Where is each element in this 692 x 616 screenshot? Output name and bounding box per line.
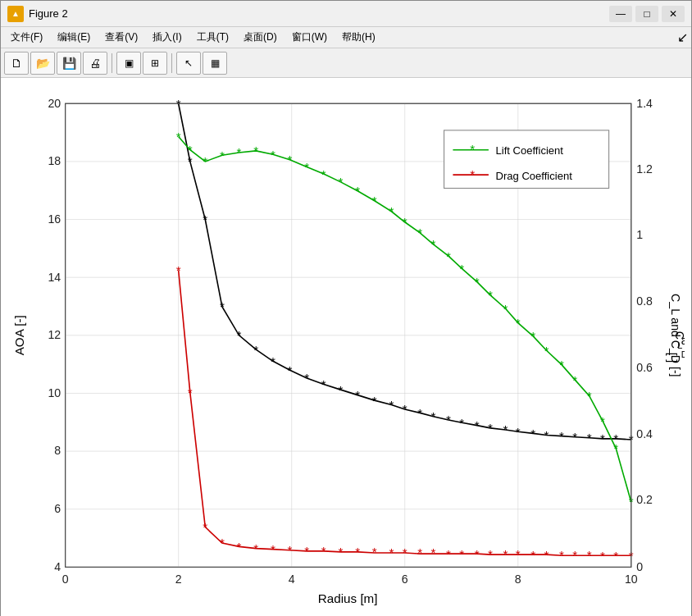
window-title: Figure 2 bbox=[29, 7, 609, 20]
svg-text:*: * bbox=[559, 358, 564, 372]
svg-text:20: 20 bbox=[48, 97, 61, 110]
print-button[interactable]: 🖨 bbox=[83, 52, 107, 75]
dock-icon[interactable]: ↙ bbox=[677, 30, 688, 45]
svg-text:*: * bbox=[339, 545, 344, 559]
svg-text:2: 2 bbox=[175, 573, 182, 586]
svg-text:4: 4 bbox=[289, 573, 295, 586]
svg-text:*: * bbox=[389, 545, 394, 559]
svg-text:*: * bbox=[237, 540, 242, 554]
svg-text:0: 0 bbox=[62, 573, 69, 586]
title-bar: ▲ Figure 2 — □ ✕ bbox=[1, 1, 691, 27]
data-cursor-button[interactable]: ▦ bbox=[203, 52, 227, 75]
svg-text:*: * bbox=[587, 431, 592, 445]
menu-desktop[interactable]: 桌面(D) bbox=[237, 29, 284, 46]
svg-text:*: * bbox=[530, 548, 535, 562]
svg-text:*: * bbox=[253, 541, 258, 555]
svg-text:1: 1 bbox=[636, 228, 643, 241]
svg-text:*: * bbox=[572, 548, 577, 562]
svg-text:*: * bbox=[503, 302, 508, 316]
svg-text:*: * bbox=[220, 148, 225, 162]
legend-drag-label: Drag Coefficient bbox=[496, 170, 573, 182]
svg-text:*: * bbox=[220, 536, 225, 550]
svg-text:*: * bbox=[587, 548, 592, 562]
svg-text:0.8: 0.8 bbox=[636, 294, 653, 308]
svg-text:*: * bbox=[372, 394, 377, 408]
cursor-button[interactable]: ↖ bbox=[176, 52, 201, 75]
svg-text:*: * bbox=[237, 328, 242, 342]
minimize-button[interactable]: — bbox=[609, 6, 632, 22]
svg-text:*: * bbox=[613, 441, 618, 455]
toolbar-separator-1 bbox=[112, 53, 112, 73]
menu-file[interactable]: 文件(F) bbox=[4, 29, 49, 46]
svg-text:*: * bbox=[431, 237, 436, 251]
maximize-button[interactable]: □ bbox=[635, 6, 658, 22]
svg-text:6: 6 bbox=[402, 573, 408, 586]
legend-lift-marker: * bbox=[470, 142, 475, 156]
svg-text:*: * bbox=[544, 548, 549, 562]
menu-view[interactable]: 查看(V) bbox=[98, 29, 144, 46]
svg-text:*: * bbox=[559, 429, 564, 443]
y-right-axis-label: C_L and C_D [-] bbox=[669, 294, 682, 376]
new-file-button[interactable]: 🗋 bbox=[4, 52, 29, 75]
svg-text:*: * bbox=[516, 425, 521, 439]
svg-text:*: * bbox=[176, 130, 181, 144]
open-button[interactable]: 📂 bbox=[30, 52, 55, 75]
svg-text:*: * bbox=[459, 262, 464, 276]
svg-text:*: * bbox=[544, 344, 549, 358]
window-controls: — □ ✕ bbox=[609, 6, 685, 22]
svg-text:*: * bbox=[572, 430, 577, 444]
matlab-icon: ▲ bbox=[7, 6, 24, 22]
svg-text:*: * bbox=[488, 421, 493, 435]
svg-text:*: * bbox=[321, 544, 326, 558]
svg-text:*: * bbox=[572, 373, 577, 387]
svg-text:*: * bbox=[446, 547, 451, 561]
menu-edit[interactable]: 编辑(E) bbox=[51, 29, 97, 46]
menu-insert[interactable]: 插入(I) bbox=[146, 29, 188, 46]
menu-tools[interactable]: 工具(T) bbox=[190, 29, 235, 46]
svg-text:*: * bbox=[431, 545, 436, 559]
grid-button[interactable]: ⊞ bbox=[143, 52, 167, 75]
y-left-label: AOA [-] bbox=[12, 315, 26, 355]
close-button[interactable]: ✕ bbox=[662, 6, 685, 22]
svg-text:*: * bbox=[530, 427, 535, 440]
x-axis-label: Radius [m] bbox=[318, 591, 378, 605]
svg-text:*: * bbox=[613, 549, 618, 563]
svg-text:*: * bbox=[417, 545, 422, 559]
svg-text:8: 8 bbox=[515, 573, 521, 586]
svg-text:*: * bbox=[355, 388, 360, 402]
svg-text:*: * bbox=[417, 226, 422, 240]
menu-window[interactable]: 窗口(W) bbox=[285, 29, 334, 46]
menu-help[interactable]: 帮助(H) bbox=[335, 29, 382, 46]
svg-text:*: * bbox=[355, 545, 360, 559]
chart-container: * * * * * * * * * * * * * * * * * bbox=[7, 84, 685, 616]
svg-text:16: 16 bbox=[48, 212, 61, 226]
svg-text:*: * bbox=[475, 418, 480, 432]
save-button[interactable]: 💾 bbox=[57, 52, 81, 75]
svg-text:*: * bbox=[253, 343, 258, 357]
legend-lift-label: Lift Coefficient bbox=[496, 144, 564, 157]
figure-area: * * * * * * * * * * * * * * * * * bbox=[1, 78, 691, 616]
svg-text:*: * bbox=[188, 386, 193, 399]
svg-text:*: * bbox=[220, 299, 225, 313]
y-left-labels: 4 6 8 10 12 14 16 18 20 bbox=[48, 97, 61, 573]
toolbar-separator-2 bbox=[171, 53, 172, 73]
svg-text:14: 14 bbox=[48, 271, 61, 284]
y-right-labels: 0 0.2 0.4 0.6 0.8 1 1.2 1.4 bbox=[636, 97, 653, 573]
matlab-figure-window: ▲ Figure 2 — □ ✕ 文件(F) 编辑(E) 查看(V) 插入(I)… bbox=[0, 0, 692, 616]
svg-text:*: * bbox=[304, 160, 309, 174]
svg-text:*: * bbox=[403, 402, 407, 416]
svg-text:*: * bbox=[488, 288, 493, 302]
svg-text:*: * bbox=[321, 377, 326, 391]
svg-text:*: * bbox=[271, 542, 275, 556]
svg-text:*: * bbox=[431, 409, 436, 423]
monitor-button[interactable]: ▣ bbox=[116, 52, 141, 75]
svg-text:*: * bbox=[403, 215, 407, 229]
svg-text:4: 4 bbox=[54, 560, 61, 573]
svg-text:6: 6 bbox=[54, 502, 61, 515]
svg-text:*: * bbox=[587, 389, 592, 403]
svg-text:0.4: 0.4 bbox=[636, 427, 653, 440]
svg-text:*: * bbox=[530, 329, 535, 343]
svg-text:*: * bbox=[389, 398, 394, 412]
svg-text:*: * bbox=[600, 549, 605, 563]
svg-text:*: * bbox=[372, 194, 377, 208]
